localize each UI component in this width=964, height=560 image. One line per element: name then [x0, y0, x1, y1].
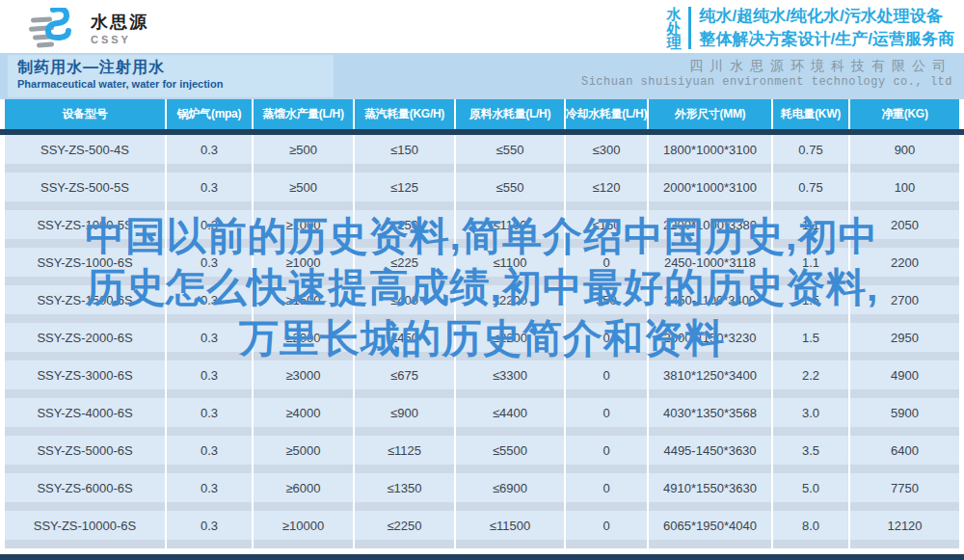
section-band: 制药用水—注射用水 Pharmaceutical water, water fo… [0, 53, 964, 99]
table-cell: SSY-ZS-10000-6S [5, 511, 165, 540]
row-separator-cell [850, 389, 959, 398]
table-cell: ≤120 [566, 173, 647, 201]
table-cell: SSY-ZS-3000-6S [5, 360, 165, 389]
row-separator [0, 164, 964, 173]
table-row: SSY-ZS-3000-6S0.3≥3000≤675≤330003810*125… [0, 360, 964, 389]
table-cell: SSY-ZS-6000-6S [5, 473, 165, 502]
table-cell: 3.0 [773, 398, 848, 427]
table-bottom-strip [0, 554, 964, 560]
row-separator-cell [649, 389, 771, 398]
header-cell: 冷却水耗量(L/H) [566, 99, 647, 129]
row-separator-cell [254, 427, 353, 436]
table-cell: ≤150 [355, 135, 454, 164]
article-title-link[interactable]: 中国以前的历史资料,简单介绍中国历史,初中 [0, 211, 964, 262]
row-separator-cell [167, 389, 252, 398]
row-separator-cell [167, 164, 252, 173]
table-cell: ≤675 [355, 360, 454, 389]
row-separator-cell [456, 201, 564, 210]
cssy-logo-icon [27, 8, 83, 48]
table-cell: 2.2 [773, 360, 848, 389]
table-cell: 1800*1000*3100 [649, 135, 771, 164]
row-separator [0, 540, 964, 548]
table-cell: ≥6000 [254, 473, 353, 502]
row-separator-cell [566, 502, 647, 511]
table-cell: SSY-ZS-500-4S [5, 135, 165, 164]
table-cell: 0.75 [773, 135, 848, 164]
table-cell: 0 [566, 360, 647, 389]
header-cell: 蒸汽耗量(KG/H) [355, 99, 454, 129]
section-title-box: 制药用水—注射用水 Pharmaceutical water, water fo… [8, 55, 334, 97]
table-cell: ≥4000 [254, 398, 353, 427]
table-cell: ≤550 [456, 173, 564, 201]
row-separator-cell [850, 540, 959, 548]
table-cell: ≤3300 [456, 360, 564, 389]
row-separator-cell [5, 427, 165, 436]
table-cell: 900 [850, 135, 959, 164]
row-separator-cell [566, 540, 647, 548]
row-separator-cell [649, 502, 771, 511]
table-cell: 0 [566, 511, 647, 540]
row-separator-cell [773, 502, 848, 511]
table-cell: 0.75 [773, 173, 848, 201]
table-row: SSY-ZS-500-5S0.3≥500≤125≤550≤1202000*100… [0, 173, 964, 201]
row-separator-cell [649, 427, 771, 436]
logo-abbr: CSSY [91, 34, 148, 45]
row-separator-cell [167, 201, 252, 210]
table-row: SSY-ZS-6000-6S0.3≥6000≤1350≤690004910*15… [0, 473, 964, 502]
vertical-char: 处 [667, 21, 682, 36]
row-separator-cell [5, 465, 165, 473]
table-cell: 5900 [850, 398, 959, 427]
row-separator [0, 502, 964, 511]
vertical-char: 水 [667, 7, 682, 21]
row-separator-cell [355, 164, 454, 173]
header-cell: 外形尺寸(MM) [649, 99, 771, 129]
row-separator-cell [566, 389, 647, 398]
table-cell: 6065*1950*4040 [649, 511, 771, 540]
header-cell: 净重(KG) [850, 99, 959, 129]
row-separator-cell [456, 427, 564, 436]
table-cell: 12120 [850, 511, 959, 540]
row-separator-cell [254, 540, 353, 548]
table-cell: 0 [566, 473, 647, 502]
table-cell: 4910*1550*3630 [649, 473, 771, 502]
table-cell: 0.3 [167, 473, 252, 502]
row-separator [0, 389, 964, 398]
row-separator-cell [355, 502, 454, 511]
row-separator-cell [566, 465, 647, 473]
row-separator-cell [773, 540, 848, 548]
row-separator-cell [649, 540, 771, 548]
row-separator-cell [566, 427, 647, 436]
row-separator-cell [649, 164, 771, 173]
row-separator-cell [456, 540, 564, 548]
table-row: SSY-ZS-4000-6S0.3≥4000≤900≤440004030*135… [0, 398, 964, 427]
slogan-line-1: 纯水/超纯水/纯化水/污水处理设备 [700, 5, 954, 28]
table-cell: 4030*1350*3568 [649, 398, 771, 427]
table-cell: 0.3 [167, 135, 252, 164]
row-separator-cell [5, 540, 165, 548]
table-cell: 0.3 [167, 398, 252, 427]
row-separator-cell [355, 465, 454, 473]
table-cell: ≤1125 [355, 436, 454, 465]
article-title-link[interactable]: 万里长城的历史简介和资料 [0, 313, 964, 364]
row-separator-cell [254, 201, 353, 210]
row-separator-cell [167, 502, 252, 511]
row-separator-cell [5, 502, 165, 511]
row-separator-cell [566, 164, 647, 173]
table-cell: 100 [850, 173, 959, 201]
header-cell: 锅炉气(mpa) [167, 99, 252, 129]
table-cell: ≤11500 [456, 511, 564, 540]
row-separator-cell [773, 389, 848, 398]
row-separator-cell [355, 201, 454, 210]
article-title-link[interactable]: 历史怎么快速提高成绩,初中最好的历史资料, [0, 262, 964, 313]
table-cell: ≥5000 [254, 436, 353, 465]
table-cell: ≤125 [355, 173, 454, 201]
table-cell: 5.0 [773, 473, 848, 502]
page: 水思源 CSSY 水 处 理 纯水/超纯水/纯化水/污水处理设备 整体解决方案设… [0, 0, 964, 560]
row-separator-cell [850, 427, 959, 436]
table-cell: 0 [566, 398, 647, 427]
company-logo[interactable]: 水思源 CSSY [27, 8, 148, 48]
table-cell: SSY-ZS-5000-6S [5, 436, 165, 465]
table-cell: ≤4400 [456, 398, 564, 427]
table-cell: ≥500 [254, 135, 353, 164]
row-separator-cell [850, 201, 959, 210]
